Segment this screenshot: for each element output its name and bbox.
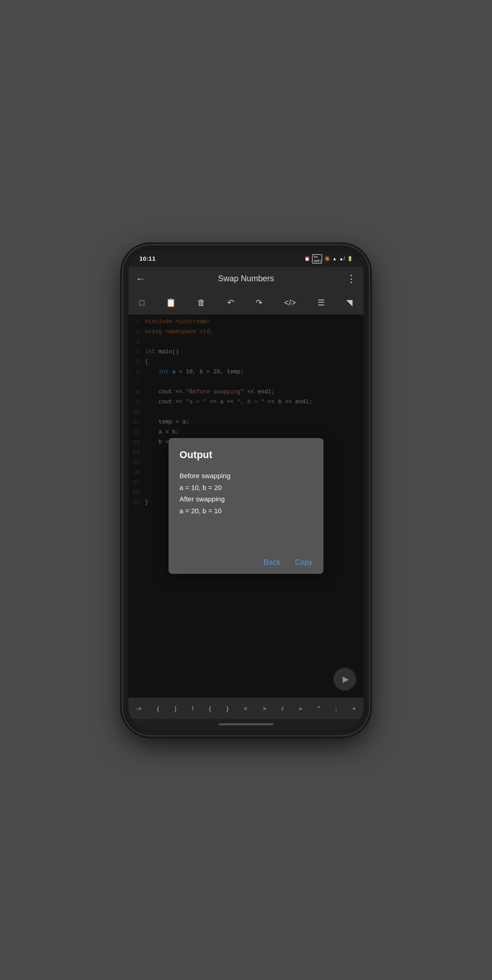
undo-icon-btn[interactable]: ↶ bbox=[224, 294, 238, 311]
output-dialog: Output Before swapping a = 10, b = 20 Af… bbox=[169, 438, 323, 574]
sym-gt[interactable]: > bbox=[260, 703, 269, 714]
sym-semicolon[interactable]: ; bbox=[333, 703, 340, 714]
alarm-icon: ⏰ bbox=[304, 256, 310, 261]
mute-icon: 🔕 bbox=[324, 256, 330, 261]
back-button[interactable]: ← bbox=[136, 273, 152, 285]
sym-lparen[interactable]: ( bbox=[154, 703, 162, 714]
back-button[interactable]: Back bbox=[264, 558, 281, 567]
vowifi-icon: VoWiFi bbox=[312, 254, 322, 263]
page-title: Swap Numbers bbox=[152, 274, 340, 284]
home-indicator bbox=[128, 719, 364, 730]
home-bar bbox=[219, 723, 273, 725]
list-icon-btn[interactable]: ☰ bbox=[314, 294, 328, 311]
sym-rbrace[interactable]: } bbox=[224, 703, 231, 714]
status-time: 10:11 bbox=[139, 255, 156, 262]
battery-icon: 🔋 bbox=[347, 256, 353, 261]
paste-icon-btn[interactable]: 📋 bbox=[162, 294, 179, 311]
menu-button[interactable]: ⋮ bbox=[340, 273, 356, 285]
dialog-output: Before swapping a = 10, b = 20 After swa… bbox=[179, 470, 313, 516]
sym-exclaim[interactable]: ! bbox=[189, 703, 196, 714]
sym-plus[interactable]: + bbox=[349, 703, 359, 714]
toolbar: □ 📋 🗑 ↶ ↷ </> ☰ ◥ bbox=[128, 291, 364, 315]
editor-area: 1 #include <iostream> 2 using namespace … bbox=[128, 315, 364, 698]
open-icon-btn[interactable]: ◥ bbox=[343, 294, 356, 311]
dialog-spacer bbox=[179, 527, 313, 555]
delete-icon-btn[interactable]: 🗑 bbox=[194, 294, 209, 311]
copy-icon-btn[interactable]: □ bbox=[136, 294, 148, 311]
sym-equals[interactable]: = bbox=[296, 703, 305, 714]
output-line-1: Before swapping bbox=[179, 470, 313, 482]
sym-rparen[interactable]: ) bbox=[172, 703, 179, 714]
redo-icon-btn[interactable]: ↷ bbox=[252, 294, 266, 311]
sym-lt[interactable]: < bbox=[241, 703, 250, 714]
sym-lbrace[interactable]: { bbox=[206, 703, 214, 714]
phone-screen: 10:11 ⏰ VoWiFi 🔕 ▲ ▲/ 🔋 ← Swap Numbers ⋮… bbox=[128, 251, 364, 730]
dialog-title: Output bbox=[179, 449, 313, 461]
signal2-icon: ▲/ bbox=[339, 256, 345, 261]
status-bar: 10:11 ⏰ VoWiFi 🔕 ▲ ▲/ 🔋 bbox=[128, 251, 364, 267]
symbol-bar: -> ( ) ! { } < > / = " ; + bbox=[128, 698, 364, 719]
sym-quote[interactable]: " bbox=[315, 703, 323, 714]
code-icon-btn[interactable]: </> bbox=[280, 294, 299, 311]
output-line-4: a = 20, b = 10 bbox=[179, 505, 313, 517]
status-icons: ⏰ VoWiFi 🔕 ▲ ▲/ 🔋 bbox=[304, 254, 353, 263]
dialog-overlay: Output Before swapping a = 10, b = 20 Af… bbox=[128, 315, 364, 698]
copy-button[interactable]: Copy bbox=[295, 558, 313, 567]
dialog-buttons: Back Copy bbox=[179, 555, 313, 567]
phone-device: 10:11 ⏰ VoWiFi 🔕 ▲ ▲/ 🔋 ← Swap Numbers ⋮… bbox=[123, 245, 369, 735]
top-bar: ← Swap Numbers ⋮ bbox=[128, 267, 364, 291]
sym-arrow[interactable]: -> bbox=[133, 703, 144, 714]
sym-slash[interactable]: / bbox=[279, 703, 286, 714]
output-line-3: After swapping bbox=[179, 493, 313, 505]
output-line-2: a = 10, b = 20 bbox=[179, 482, 313, 494]
signal-icon: ▲ bbox=[332, 256, 337, 261]
